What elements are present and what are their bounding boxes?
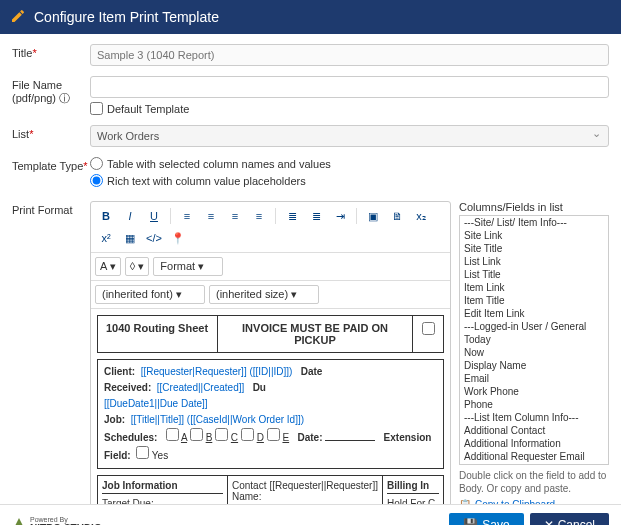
- save-button[interactable]: 💾Save: [449, 513, 523, 525]
- field-list-item[interactable]: Item Link: [460, 281, 608, 294]
- file-icon[interactable]: 🗎: [386, 206, 408, 226]
- nitro-studio-logo: Powered By NITRO STUDIO™: [12, 516, 112, 525]
- fields-hint: Double click on the field to add to Body…: [459, 469, 609, 495]
- field-list-item[interactable]: ---Site/ List/ Item Info---: [460, 216, 608, 229]
- field-list-item[interactable]: Site Title: [460, 242, 608, 255]
- editor-canvas[interactable]: 1040 Routing Sheet INVOICE MUST BE PAID …: [91, 309, 450, 504]
- field-list-item[interactable]: ---Logged-in User / General: [460, 320, 608, 333]
- field-list-item[interactable]: Assigned Date: [460, 463, 608, 465]
- logo-icon: [12, 518, 26, 525]
- fields-listbox[interactable]: ---Site/ List/ Item Info---Site LinkSite…: [459, 215, 609, 465]
- table-icon[interactable]: ▦: [119, 228, 141, 248]
- align-justify-icon[interactable]: ≡: [248, 206, 270, 226]
- fields-panel-label: Columns/Fields in list: [459, 201, 609, 213]
- clipboard-icon: 📋: [459, 499, 471, 504]
- font-color-drop[interactable]: A ▾: [95, 257, 121, 276]
- field-list-item[interactable]: Today: [460, 333, 608, 346]
- doc-header-table: 1040 Routing Sheet INVOICE MUST BE PAID …: [97, 315, 444, 353]
- field-list-item[interactable]: Additional Requester Email: [460, 450, 608, 463]
- field-list-item[interactable]: Display Name: [460, 359, 608, 372]
- dialog-content: Title File Name (pdf/png) ⓘ Default Temp…: [0, 34, 621, 504]
- field-list-item[interactable]: Site Link: [460, 229, 608, 242]
- italic-icon[interactable]: I: [119, 206, 141, 226]
- editor-toolbar-row2: A ▾ ◊ ▾ Format ▾: [91, 253, 450, 281]
- field-list-item[interactable]: Additional Information: [460, 437, 608, 450]
- font-size-select[interactable]: (inherited size) ▾: [209, 285, 319, 304]
- image-icon[interactable]: ▣: [362, 206, 384, 226]
- field-list-item[interactable]: Now: [460, 346, 608, 359]
- bold-icon[interactable]: B: [95, 206, 117, 226]
- align-center-icon[interactable]: ≡: [200, 206, 222, 226]
- close-icon: ✕: [544, 518, 554, 525]
- editor-toolbar: B I U ≡ ≡ ≡ ≡ ≣ ≣ ⇥ ▣ 🗎 x₂ x²: [91, 202, 450, 253]
- field-list-item[interactable]: Email: [460, 372, 608, 385]
- dialog-title: Configure Item Print Template: [34, 9, 219, 25]
- filename-input[interactable]: [90, 76, 609, 98]
- highlight-drop[interactable]: ◊ ▾: [125, 257, 150, 276]
- cancel-button[interactable]: ✕Cancel: [530, 513, 609, 525]
- format-select[interactable]: Format ▾: [153, 257, 223, 276]
- font-family-select[interactable]: (inherited font) ▾: [95, 285, 205, 304]
- field-list-item[interactable]: Phone: [460, 398, 608, 411]
- field-list-item[interactable]: Additional Contact: [460, 424, 608, 437]
- template-type-label: Template Type: [12, 157, 90, 172]
- underline-icon[interactable]: U: [143, 206, 165, 226]
- list-select[interactable]: Work Orders: [90, 125, 609, 147]
- list-label: List: [12, 125, 90, 140]
- radio-table[interactable]: Table with selected column names and val…: [90, 157, 609, 170]
- print-format-label: Print Format: [12, 201, 90, 216]
- doc-grid: Job Information Target Due: Priority: Bu…: [97, 475, 444, 504]
- subscript-icon[interactable]: x₂: [410, 206, 432, 226]
- info-icon[interactable]: ⓘ: [59, 92, 70, 104]
- field-list-item[interactable]: ---List Item Column Info---: [460, 411, 608, 424]
- pencil-icon: [10, 8, 26, 26]
- superscript-icon[interactable]: x²: [95, 228, 117, 248]
- field-list-item[interactable]: Item Title: [460, 294, 608, 307]
- bullet-list-icon[interactable]: ≣: [281, 206, 303, 226]
- radio-richtext[interactable]: Rich text with column value placeholders: [90, 174, 609, 187]
- field-list-item[interactable]: Edit Item Link: [460, 307, 608, 320]
- copy-to-clipboard-link[interactable]: 📋 Copy to Clipboard: [459, 499, 609, 504]
- rich-editor: B I U ≡ ≡ ≡ ≡ ≣ ≣ ⇥ ▣ 🗎 x₂ x²: [90, 201, 451, 504]
- align-left-icon[interactable]: ≡: [176, 206, 198, 226]
- align-right-icon[interactable]: ≡: [224, 206, 246, 226]
- title-input[interactable]: [90, 44, 609, 66]
- doc-meta-block: Client: [[Requester|Requester]] ([[ID||I…: [97, 359, 444, 469]
- pin-icon[interactable]: 📍: [167, 228, 189, 248]
- doc-checkbox[interactable]: [422, 322, 435, 335]
- save-icon: 💾: [463, 518, 478, 525]
- dialog-footer: Powered By NITRO STUDIO™ 💾Save ✕Cancel: [0, 504, 621, 525]
- dialog-header: Configure Item Print Template: [0, 0, 621, 34]
- filename-label: File Name (pdf/png) ⓘ: [12, 76, 90, 106]
- title-label: Title: [12, 44, 90, 59]
- editor-toolbar-row3: (inherited font) ▾ (inherited size) ▾: [91, 281, 450, 309]
- field-list-item[interactable]: List Title: [460, 268, 608, 281]
- field-list-item[interactable]: Work Phone: [460, 385, 608, 398]
- html-icon[interactable]: </>: [143, 228, 165, 248]
- numbered-list-icon[interactable]: ≣: [305, 206, 327, 226]
- indent-icon[interactable]: ⇥: [329, 206, 351, 226]
- default-template-checkbox[interactable]: Default Template: [90, 102, 609, 115]
- fields-panel: Columns/Fields in list ---Site/ List/ It…: [459, 201, 609, 504]
- field-list-item[interactable]: List Link: [460, 255, 608, 268]
